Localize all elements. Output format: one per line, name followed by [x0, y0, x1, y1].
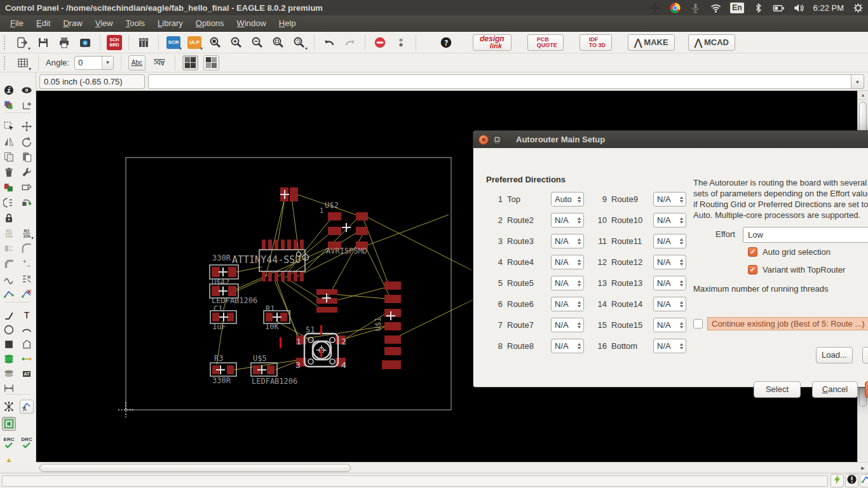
info-icon[interactable]: i — [2, 83, 16, 97]
wrench-icon[interactable] — [20, 165, 34, 179]
copy-icon[interactable] — [2, 150, 16, 164]
dimension-icon[interactable] — [2, 381, 16, 395]
export-icon[interactable] — [14, 34, 31, 51]
effort-select[interactable]: Low — [743, 227, 868, 243]
group-icon[interactable] — [2, 119, 16, 133]
add-icon[interactable] — [2, 180, 16, 194]
text-icon[interactable]: T — [20, 308, 34, 322]
auto-grid-checkbox[interactable]: ✓ — [748, 247, 757, 257]
signal-icon[interactable] — [20, 352, 34, 366]
move-icon[interactable] — [20, 119, 34, 133]
session-gear-icon[interactable] — [852, 2, 864, 14]
select-button[interactable]: Select — [754, 381, 801, 398]
erc-tool-icon[interactable]: ERC — [2, 435, 16, 449]
ulp-icon[interactable]: ULP — [186, 34, 203, 51]
zoom-select-icon[interactable] — [270, 34, 287, 51]
print-icon[interactable] — [56, 34, 72, 51]
image-export-icon[interactable] — [77, 34, 93, 51]
polygon-icon[interactable] — [20, 337, 34, 351]
wire-icon[interactable] — [2, 308, 16, 322]
volume-icon[interactable] — [793, 2, 805, 14]
drc-tool-icon[interactable]: DRC — [20, 435, 34, 449]
menu-item-file[interactable]: File — [4, 15, 30, 32]
save-icon[interactable] — [35, 34, 51, 51]
zoom-fit-icon[interactable] — [207, 34, 224, 51]
go-icon[interactable] — [393, 34, 409, 51]
pcb-quote-button[interactable]: PCBQUOTE — [527, 34, 564, 51]
direction-spinner[interactable]: N/A▲▼ — [653, 213, 686, 227]
wifi-icon[interactable] — [710, 2, 722, 14]
clock[interactable]: 6:22 PM — [813, 3, 844, 13]
direction-spinner[interactable]: N/A▲▼ — [551, 339, 584, 353]
chevron-down-icon[interactable]: ▼ — [102, 57, 113, 69]
value-tool-icon[interactable]: R210k — [20, 226, 34, 240]
direction-spinner[interactable]: N/A▲▼ — [551, 276, 584, 290]
microphone-icon[interactable] — [689, 2, 702, 14]
stop-icon[interactable] — [372, 34, 388, 51]
paste-icon[interactable] — [20, 150, 34, 164]
keyboard-layout-indicator[interactable]: En — [730, 3, 743, 13]
zoom-redraw-icon[interactable] — [291, 34, 308, 51]
undo-icon[interactable] — [321, 34, 337, 51]
library-icon[interactable] — [135, 34, 152, 51]
pad-display-toggle-2[interactable] — [203, 55, 219, 71]
scroll-up-arrow[interactable]: ▲ — [858, 91, 868, 100]
direction-spinner[interactable]: Auto▲▼ — [551, 192, 584, 207]
maximize-icon[interactable] — [492, 135, 502, 145]
mirror-icon[interactable] — [2, 135, 16, 149]
help-icon[interactable]: ? — [438, 34, 454, 51]
text-normal-button[interactable]: Abc — [128, 55, 146, 71]
direction-spinner[interactable]: N/A▲▼ — [653, 255, 686, 269]
direction-spinner[interactable]: N/A▲▼ — [653, 276, 686, 290]
zoom-in-icon[interactable] — [228, 34, 245, 51]
toolbar-grip[interactable] — [4, 36, 8, 50]
smash-icon[interactable] — [2, 241, 16, 255]
toprouter-checkbox[interactable]: ✓ — [748, 265, 757, 274]
hole-icon[interactable] — [2, 367, 16, 381]
direction-spinner[interactable]: N/A▲▼ — [551, 255, 584, 269]
continue-job-checkbox[interactable] — [693, 319, 703, 329]
circle-icon[interactable] — [2, 323, 16, 337]
mark-icon[interactable] — [20, 98, 34, 112]
lock-icon[interactable] — [2, 211, 16, 225]
eye-icon[interactable] — [20, 83, 34, 97]
attribute-tool-icon[interactable]: AT — [20, 367, 34, 381]
direction-spinner[interactable]: N/A▲▼ — [653, 318, 686, 332]
menu-item-options[interactable]: Options — [189, 15, 231, 32]
horizontal-scroll-thumb[interactable] — [39, 464, 351, 472]
dialog-titlebar[interactable]: ✕ Autorouter Main Setup — [473, 131, 868, 148]
make-button[interactable]: ⋀MAKE — [628, 34, 675, 51]
direction-spinner[interactable]: N/A▲▼ — [653, 192, 686, 207]
battery-icon[interactable] — [773, 2, 785, 14]
menu-item-help[interactable]: Help — [273, 15, 302, 32]
angle-select[interactable]: 0▼ — [74, 56, 114, 70]
design-link-button[interactable]: designlink — [473, 34, 512, 51]
miter-icon[interactable] — [20, 241, 34, 255]
scroll-right-arrow[interactable]: ▶ — [858, 464, 867, 472]
rotate-icon[interactable] — [20, 135, 34, 149]
idf-to-3d-button[interactable]: Ei IDFTO 3D — [580, 34, 612, 51]
sch-brd-switch-icon[interactable]: SCHBRD — [107, 35, 122, 50]
grid-icon[interactable] — [15, 55, 31, 71]
gateswap-icon[interactable] — [20, 196, 34, 210]
command-history-dropdown[interactable]: ▼ — [851, 74, 864, 89]
load-button[interactable]: Load... — [816, 347, 853, 363]
bluetooth-icon[interactable] — [752, 2, 764, 14]
ratsnest-icon[interactable] — [2, 400, 16, 414]
menu-item-edit[interactable]: Edit — [30, 15, 57, 32]
autoroute-status-icon[interactable] — [860, 474, 868, 487]
flash-status-icon[interactable] — [831, 474, 844, 487]
value-tool-icon-disabled[interactable]: R210k — [2, 226, 16, 240]
rect-icon[interactable] — [2, 337, 16, 351]
wire2-icon[interactable] — [2, 287, 16, 301]
direction-spinner[interactable]: N/A▲▼ — [551, 297, 584, 311]
text-mirrored-button[interactable]: Abc — [151, 55, 168, 71]
direction-spinner[interactable]: N/A▲▼ — [551, 213, 584, 227]
pad-display-toggle-1[interactable] — [182, 55, 198, 71]
route-icon[interactable] — [2, 272, 16, 286]
alert-status-icon[interactable] — [845, 474, 858, 487]
ok-button[interactable]: OK — [865, 381, 868, 398]
mcad-button[interactable]: ⋀MCAD — [688, 34, 735, 51]
toolbar-grip[interactable] — [4, 56, 8, 70]
command-input[interactable] — [148, 74, 851, 89]
